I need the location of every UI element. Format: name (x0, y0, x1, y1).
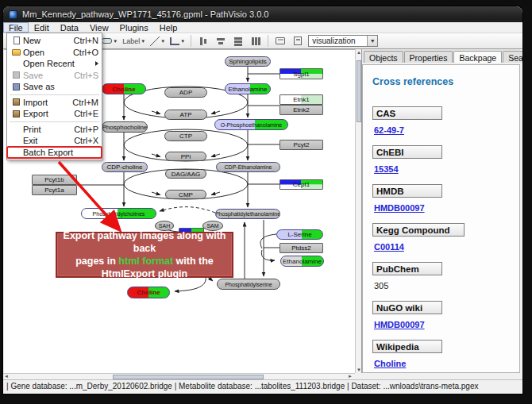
datanode-tool-button[interactable]: ▼ (101, 34, 118, 48)
file-menu-export[interactable]: Export Ctrl+E (7, 108, 102, 120)
node-dag-aag[interactable]: DAG/AAG (165, 169, 206, 179)
menu-separator (10, 94, 99, 95)
node-pcyt2[interactable]: Pcyt2 (279, 140, 323, 150)
align-vertical-button[interactable] (196, 34, 210, 48)
node-cept1[interactable]: Cept1 (279, 179, 323, 190)
export-icon (10, 110, 23, 117)
xref-section-nugo: NuGO wiki HMDB00097 (372, 301, 510, 331)
xref-link-hmdb[interactable]: HMDB00097 (374, 203, 425, 213)
align-horizontal-icon (216, 37, 226, 46)
xref-link-kegg[interactable]: C00114 (374, 242, 404, 252)
annotation-callout: Export pathway images along with back pa… (56, 232, 233, 278)
node-phosphatidylethanolamine[interactable]: Phosphatidylethanolamine (215, 209, 280, 219)
node-ptdss2[interactable]: Ptdss2 (279, 243, 323, 253)
print-button[interactable] (273, 34, 287, 48)
file-menu-new[interactable]: New Ctrl+N (7, 35, 102, 47)
tab-objects[interactable]: Objects (364, 51, 403, 63)
printer-icon (276, 37, 285, 44)
line-tool-button[interactable]: ▼ (149, 34, 166, 48)
side-panel: Objects Properties Backpage Search Legen… (361, 49, 520, 373)
align-horizontal-button[interactable] (214, 34, 228, 48)
node-phosphocholine[interactable]: Phosphocholine (102, 121, 148, 133)
tab-backpage[interactable]: Backpage (453, 51, 502, 63)
stack-rows-icon (233, 37, 243, 46)
file-menu-open-recent[interactable]: Open Recent (7, 58, 102, 70)
node-ctp[interactable]: CTP (164, 131, 207, 141)
menu-data[interactable]: Data (55, 22, 84, 33)
align-vertical-icon (199, 37, 208, 46)
tab-search[interactable]: Search (503, 51, 522, 63)
xref-header: ChEBI (372, 145, 442, 159)
xref-link-nugo[interactable]: HMDB00097 (374, 320, 425, 329)
line-tool-icon (150, 37, 160, 46)
node-cmp[interactable]: CMP (165, 190, 206, 199)
label-tool-text: Label (122, 37, 140, 45)
node-etnk1[interactable]: Etnk1 (279, 94, 323, 105)
connector-tool-button[interactable]: ▼ (169, 34, 186, 48)
node-cdp-ethanolamine[interactable]: CDP-Ethanolamine (216, 162, 280, 172)
tab-properties[interactable]: Properties (404, 51, 453, 63)
node-adp[interactable]: ADP (164, 87, 207, 98)
node-sphingolipids[interactable]: Sphingolipids (225, 56, 271, 67)
file-menu-open[interactable]: Open Ctrl+O (7, 47, 102, 59)
xref-header: NuGO wiki (372, 301, 442, 314)
callout-green-text: html format (118, 256, 173, 267)
node-phosphatidylserine[interactable]: Phosphatidylserine (217, 279, 280, 290)
stack-rows-button[interactable] (231, 34, 245, 48)
file-menu-save: Save Ctrl+S (7, 70, 102, 82)
node-phosphatidylcholines[interactable]: Phosphatidylcholines (81, 208, 156, 219)
node-cdp-choline[interactable]: CDP-choline (102, 162, 148, 172)
node-pcyt1a[interactable]: Pcyt1a (32, 185, 77, 195)
xref-section-cas: CAS 62-49-7 (372, 106, 510, 137)
node-o-phosphoethanolamine[interactable]: O-Phosphoethanolamine (214, 119, 288, 130)
label-tool-button[interactable]: Label▼ (121, 34, 146, 48)
node-choline-top[interactable]: Choline (102, 83, 146, 94)
scroll-left-icon[interactable]: ◄ (4, 374, 9, 379)
xref-link-wikipedia[interactable]: Choline (374, 359, 406, 368)
xref-section-kegg: Kegg Compound C00114 (372, 223, 510, 253)
node-atp[interactable]: ATP (164, 110, 207, 120)
cross-references-heading: Cross references (372, 76, 510, 87)
canvas-vertical-scrollbar[interactable]: ▲ ▼ (355, 49, 361, 373)
xref-link-cas[interactable]: 62-49-7 (374, 125, 404, 135)
node-l-serine[interactable]: L-Serine (276, 229, 323, 240)
pathvisio-window: Mm_Kennedy_pathway_WP1771_45176.gpml - P… (3, 6, 522, 394)
status-text: | Gene database: ...m_Derby_20120602.bri… (6, 382, 478, 391)
file-menu-import[interactable]: Import Ctrl+M (7, 97, 102, 109)
xref-header: HMDB (372, 184, 442, 198)
window-title: Mm_Kennedy_pathway_WP1771_45176.gpml - P… (22, 10, 268, 19)
side-panel-tabs: Objects Properties Backpage Search Legen… (362, 49, 520, 63)
toolbar-separator (191, 35, 191, 47)
visualization-combobox[interactable]: visualization ▼ (308, 35, 378, 47)
menu-view[interactable]: View (84, 22, 114, 33)
status-bar: | Gene database: ...m_Derby_20120602.bri… (3, 379, 522, 392)
menu-file[interactable]: File (3, 22, 29, 33)
node-etnk2[interactable]: Etnk2 (279, 105, 323, 115)
node-ppi[interactable]: PPi (165, 152, 206, 161)
submenu-arrow-icon (95, 61, 98, 66)
file-menu-batch-export[interactable]: Batch Export (7, 147, 102, 159)
node-sgpl1[interactable]: Sgpl1 (279, 68, 323, 79)
export-image-button[interactable] (291, 34, 305, 48)
node-pcyt1b[interactable]: Pcyt1b (32, 175, 77, 185)
title-bar[interactable]: Mm_Kennedy_pathway_WP1771_45176.gpml - P… (3, 6, 522, 22)
desktop-background: Mm_Kennedy_pathway_WP1771_45176.gpml - P… (0, 0, 532, 404)
xref-section-wikipedia: Wikipedia Choline (372, 340, 510, 370)
xref-section-pubchem: PubChem 305 (372, 262, 510, 292)
file-menu-exit[interactable]: Exit Ctrl+X (7, 135, 102, 147)
xref-link-chebi[interactable]: 15354 (374, 164, 399, 174)
node-choline-selected[interactable]: Choline (127, 287, 170, 298)
menu-separator (10, 121, 99, 122)
visualization-value: visualization (312, 37, 355, 45)
menu-plugins[interactable]: Plugins (114, 22, 154, 33)
file-menu-print[interactable]: Print Ctrl+P (7, 124, 102, 136)
menu-help[interactable]: Help (154, 22, 183, 33)
canvas-horizontal-scrollbar[interactable]: ◄ ► (3, 373, 355, 379)
stack-columns-button[interactable] (249, 34, 263, 48)
node-ethanolamine-top[interactable]: Ethanolamine (225, 83, 271, 94)
chevron-down-icon[interactable]: ▼ (367, 36, 377, 46)
node-ethanolamine-lower[interactable]: Ethanolamine (280, 256, 324, 267)
menu-edit[interactable]: Edit (29, 22, 55, 33)
scroll-right-icon[interactable]: ► (348, 374, 353, 379)
file-menu-save-as[interactable]: Save as (7, 81, 102, 93)
